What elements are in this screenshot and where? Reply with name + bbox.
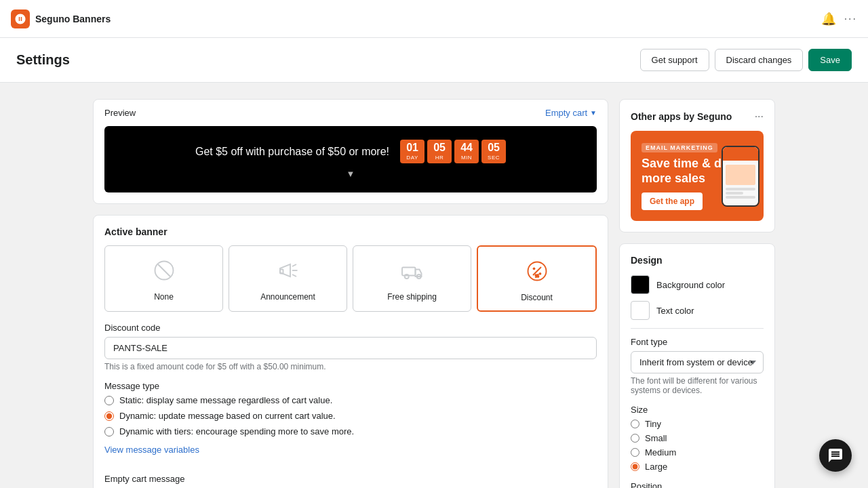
message-type-dynamic[interactable]: Dynamic: update message based on current…: [104, 411, 597, 421]
discount-code-group: Discount code This is a fixed amount cod…: [104, 323, 597, 371]
font-type-label: Font type: [631, 337, 764, 347]
other-apps-header: Other apps by Seguno ···: [631, 110, 764, 123]
promo-banner: EMAIL MARKETING Save time & drive more s…: [631, 131, 764, 221]
size-tiny[interactable]: Tiny: [631, 419, 764, 429]
free-shipping-label: Free shipping: [387, 292, 437, 302]
top-nav: Seguno Banners 🔔 ···: [0, 0, 868, 38]
preview-card: Preview Empty cart ▼ Get $5 off with pur…: [93, 99, 608, 204]
svg-line-6: [292, 274, 296, 277]
view-variables-link[interactable]: View message variables: [104, 445, 199, 455]
banner-option-none[interactable]: None: [104, 245, 223, 312]
none-label: None: [154, 292, 174, 302]
message-type-static[interactable]: Static: display same message regardless …: [104, 395, 597, 405]
save-button[interactable]: Save: [808, 49, 852, 71]
promo-phone: [722, 131, 764, 221]
design-card: Design Background color Text color Font …: [619, 243, 775, 488]
banner-option-free-shipping[interactable]: Free shipping: [353, 245, 471, 312]
preview-header: Preview Empty cart ▼: [94, 100, 608, 126]
bell-icon[interactable]: 🔔: [821, 12, 836, 26]
main-content: Preview Empty cart ▼ Get $5 off with pur…: [0, 83, 868, 488]
text-color-swatch[interactable]: [631, 301, 650, 320]
svg-point-8: [404, 274, 408, 279]
size-large[interactable]: Large: [631, 462, 764, 472]
countdown-hr: 05 HR: [427, 140, 452, 163]
chevron-down-icon: ▼: [590, 109, 597, 117]
promo-tag: EMAIL MARKETING: [642, 143, 717, 152]
font-type-select[interactable]: Inherit from system or device: [631, 351, 764, 373]
banner-expand-icon[interactable]: ▼: [115, 169, 586, 179]
empty-cart-message-label: Empty cart message: [104, 474, 597, 484]
preview-label: Preview: [104, 108, 136, 118]
nav-left: Seguno Banners: [11, 9, 111, 28]
text-color-row: Text color: [631, 301, 764, 320]
svg-rect-7: [402, 268, 416, 276]
position-label: Position: [631, 481, 764, 488]
banner-option-discount[interactable]: % Discount: [477, 245, 597, 312]
chat-bubble-button[interactable]: [819, 439, 852, 472]
phone-mock: [722, 146, 760, 207]
background-color-swatch[interactable]: [631, 275, 650, 294]
app-icon: [11, 9, 30, 28]
svg-point-12: [538, 272, 541, 275]
header-actions: Get support Discard changes Save: [640, 49, 852, 71]
banner-preview: Get $5 off with purchase of $50 or more!…: [104, 126, 597, 192]
message-type-group: Message type Static: display same messag…: [104, 381, 597, 464]
page-header: Settings Get support Discard changes Sav…: [0, 38, 868, 83]
nav-right: 🔔 ···: [821, 12, 857, 26]
svg-line-1: [158, 264, 170, 277]
discount-label: Discount: [521, 293, 553, 302]
banner-text: Get $5 off with purchase of $50 or more!…: [115, 140, 586, 163]
discount-code-hint: This is a fixed amount code for $5 off w…: [104, 362, 597, 371]
countdown-sec: 05 SEC: [481, 140, 506, 163]
active-banner-card: Active banner None: [93, 215, 608, 488]
get-support-button[interactable]: Get support: [640, 49, 709, 71]
discount-icon: %: [521, 255, 553, 287]
message-type-dynamic-tiers[interactable]: Dynamic with tiers: encourage spending m…: [104, 426, 597, 436]
page-title: Settings: [16, 52, 70, 68]
countdown-day: 01 DAY: [400, 140, 425, 163]
active-banner-section: Active banner None: [94, 216, 608, 488]
size-label: Size: [631, 405, 764, 415]
more-icon[interactable]: ···: [844, 13, 857, 25]
discount-code-label: Discount code: [104, 323, 597, 333]
announcement-icon: [272, 254, 304, 287]
right-panel: Other apps by Seguno ··· EMAIL MARKETING…: [619, 99, 775, 488]
other-apps-title: Other apps by Seguno: [631, 111, 732, 122]
app-name: Seguno Banners: [35, 14, 111, 24]
design-title: Design: [631, 255, 764, 266]
position-group: Position Stay floating at the top: [631, 481, 764, 488]
other-apps-more-icon[interactable]: ···: [755, 110, 764, 123]
banner-options: None Announce: [104, 245, 597, 312]
countdown: 01 DAY 05 HR 44 MIN 05 S: [400, 140, 506, 163]
size-options: Tiny Small Medium Large: [631, 419, 764, 472]
size-small[interactable]: Small: [631, 433, 764, 443]
empty-cart-message-group: Empty cart message: [104, 474, 597, 488]
font-type-group: Font type Inherit from system or device …: [631, 337, 764, 395]
message-type-options: Static: display same message regardless …: [104, 395, 597, 436]
svg-point-11: [532, 267, 535, 270]
banner-option-announcement[interactable]: Announcement: [229, 245, 347, 312]
active-banner-title: Active banner: [104, 226, 597, 237]
none-icon: [148, 254, 180, 287]
other-apps-card: Other apps by Seguno ··· EMAIL MARKETING…: [619, 99, 775, 232]
countdown-min: 44 MIN: [454, 140, 479, 163]
background-color-label: Background color: [656, 280, 725, 290]
get-app-button[interactable]: Get the app: [642, 192, 703, 210]
empty-cart-selector[interactable]: Empty cart ▼: [545, 108, 597, 118]
background-color-row: Background color: [631, 275, 764, 294]
svg-marker-2: [280, 264, 290, 277]
svg-text:%: %: [535, 274, 539, 278]
svg-line-4: [292, 264, 296, 266]
size-medium[interactable]: Medium: [631, 447, 764, 458]
discount-code-input[interactable]: [104, 337, 597, 359]
discard-changes-button[interactable]: Discard changes: [715, 49, 804, 71]
free-shipping-icon: [396, 254, 429, 287]
font-type-hint: The font will be different for various s…: [631, 376, 764, 395]
size-group: Size Tiny Small Medium: [631, 405, 764, 472]
message-type-label: Message type: [104, 381, 597, 391]
svg-rect-3: [280, 270, 283, 274]
announcement-label: Announcement: [260, 292, 315, 302]
text-color-label: Text color: [656, 306, 694, 316]
